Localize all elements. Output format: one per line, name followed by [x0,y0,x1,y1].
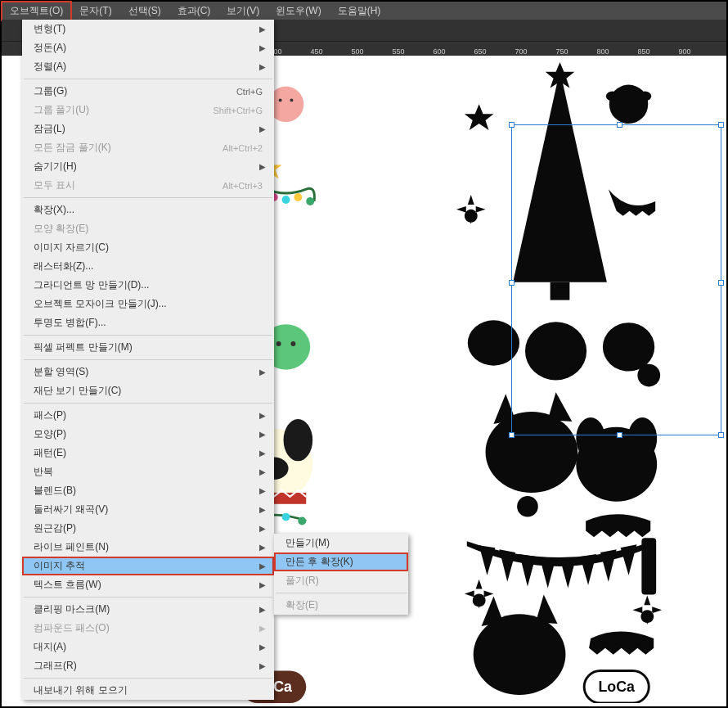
svg-point-43 [284,419,313,461]
menu-separator [276,593,407,593]
svg-point-86 [576,417,605,459]
svg-point-72 [606,92,619,101]
menu-item[interactable]: 내보내기 위해 모으기 [22,681,274,700]
menu-item[interactable]: 대지(A)▶ [22,638,274,656]
menu-item-label: 확장(E) [285,598,397,612]
menu-item: 확장(E) [274,596,408,615]
submenu-arrow-icon: ▶ [259,430,266,439]
object-menu: 변형(T)▶정돈(A)▶정렬(A)▶그룹(G)Ctrl+G그룹 풀기(U)Shi… [22,20,274,700]
submenu-arrow-icon: ▶ [259,624,266,633]
svg-point-73 [638,92,651,101]
menu-item[interactable]: 클리핑 마스크(M)▶ [22,600,274,619]
menu-item-label: 라이브 페인트(N) [34,540,263,554]
svg-point-15 [290,98,293,101]
svg-rect-96 [641,538,656,594]
menu-item: 모든 잠금 풀기(K)Alt+Ctrl+2 [22,138,274,157]
menu-item[interactable]: 패턴(E)▶ [22,444,274,462]
menu-item[interactable]: 원근감(P)▶ [22,519,274,538]
menu-item[interactable]: 래스터화(Z)... [22,257,274,276]
menu-item-label: 재단 보기 만들기(C) [34,384,263,398]
submenu-arrow-icon: ▶ [259,162,266,171]
svg-point-84 [517,496,538,517]
menu-item[interactable]: 정돈(A)▶ [22,38,274,57]
menu-item[interactable]: 라이브 페인트(N)▶ [22,538,274,557]
submenu-arrow-icon: ▶ [259,524,266,533]
image-trace-submenu: 만들기(M)만든 후 확장(K)풀기(R)확장(E) [274,534,408,615]
submenu-arrow-icon: ▶ [259,505,266,514]
menu-item[interactable]: 둘러싸기 왜곡(V)▶ [22,500,274,519]
menu-item-label: 오브젝트 모자이크 만들기(J)... [34,297,263,311]
menu-separator [24,597,272,598]
ruler-tick: 650 [460,47,501,56]
menu-shortcut: Alt+Ctrl+3 [222,181,263,191]
svg-marker-74 [513,70,607,282]
menu-item-label: 블렌드(B) [34,484,263,498]
ruler-tick: 450 [296,47,337,56]
svg-marker-83 [548,392,573,422]
menu-item[interactable]: 모양(P)▶ [22,425,274,444]
menu-item[interactable]: 블렌드(B)▶ [22,481,274,500]
menubar-item[interactable]: 도움말(H) [330,2,389,20]
menu-item[interactable]: 픽셀 퍼펙트 만들기(M) [22,338,274,357]
submenu-arrow-icon: ▶ [259,368,266,377]
menubar-item[interactable]: 윈도우(W) [267,2,329,20]
menu-item-label: 대지(A) [34,640,263,654]
menu-item[interactable]: 정렬(A)▶ [22,57,274,76]
svg-point-79 [603,322,654,371]
menu-item: 모두 표시Alt+Ctrl+3 [22,176,274,195]
menu-item[interactable]: 그래프(R)▶ [22,656,274,675]
svg-point-97 [474,614,566,695]
menu-separator [24,359,272,360]
menu-item[interactable]: 이미지 자르기(C) [22,238,274,257]
svg-point-19 [306,197,314,205]
menu-item-label: 이미지 자르기(C) [34,241,263,255]
menu-item-label: 모두 표시 [34,178,222,192]
submenu-arrow-icon: ▶ [259,43,266,52]
svg-point-49 [298,517,306,525]
menu-item[interactable]: 확장(X)... [22,201,274,219]
menubar-item[interactable]: 오브젝트(O) [2,2,71,20]
menubar-item[interactable]: 문자(T) [71,2,119,20]
menu-item-label: 만들기(M) [285,536,397,550]
menu-item[interactable]: 잠금(L)▶ [22,120,274,138]
menu-item-label: 풀기(R) [285,574,397,588]
menu-item-label: 그룹 풀기(U) [34,103,213,117]
menu-item[interactable]: 텍스트 흐름(W)▶ [22,575,274,594]
submenu-arrow-icon: ▶ [259,661,266,670]
menu-item[interactable]: 오브젝트 모자이크 만들기(J)... [22,295,274,313]
svg-point-14 [279,98,282,101]
svg-marker-91 [540,557,556,588]
menubar-item[interactable]: 효과(C) [169,2,219,20]
svg-point-17 [282,196,290,204]
svg-rect-76 [550,282,570,300]
menubar-item[interactable]: 보기(V) [218,2,267,20]
menu-item[interactable]: 패스(P)▶ [22,406,274,425]
menu-item[interactable]: 변형(T)▶ [22,20,274,38]
menubar-item[interactable]: 선택(S) [120,2,169,20]
ruler-tick: 550 [378,47,419,56]
menu-item[interactable]: 재단 보기 만들기(C) [22,381,274,400]
menu-item-label: 확장(X)... [34,203,263,217]
menu-item[interactable]: 만든 후 확장(K) [274,552,408,571]
menu-item[interactable]: 반복▶ [22,462,274,481]
svg-marker-94 [600,549,617,582]
menu-item-label: 모양 확장(E) [34,222,263,236]
menu-item[interactable]: 그룹(G)Ctrl+G [22,82,274,101]
menu-item[interactable]: 분할 영역(S)▶ [22,363,274,381]
svg-marker-93 [580,554,596,585]
ruler-tick: 750 [542,47,582,56]
menu-item-label: 그룹(G) [34,84,236,98]
submenu-arrow-icon: ▶ [259,561,266,570]
menu-item[interactable]: 이미지 추적▶ [22,557,274,575]
submenu-arrow-icon: ▶ [259,643,266,652]
menu-item[interactable]: 만들기(M) [274,534,408,552]
menu-item-label: 만든 후 확장(K) [285,555,397,569]
menu-item[interactable]: 숨기기(H)▶ [22,157,274,176]
menu-item[interactable]: 투명도 병합(F)... [22,313,274,332]
menu-item: 모양 확장(E) [22,219,274,238]
menu-shortcut: Shift+Ctrl+G [213,106,263,115]
menu-item-label: 그라디언트 망 만들기(D)... [34,278,263,292]
menu-item[interactable]: 그라디언트 망 만들기(D)... [22,276,274,295]
svg-point-81 [486,412,578,493]
menu-item: 컴파운드 패스(O)▶ [22,619,274,638]
